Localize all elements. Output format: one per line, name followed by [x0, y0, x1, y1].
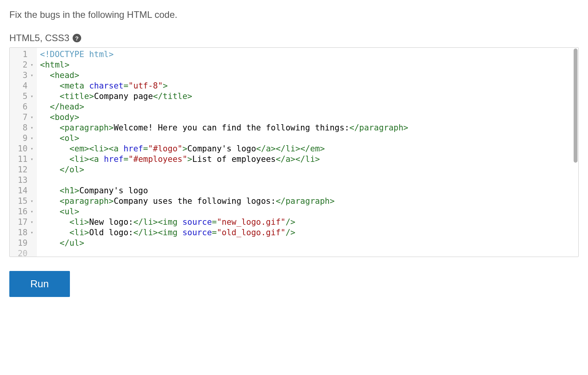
- line-number: 10: [15, 144, 28, 154]
- gutter-line: 5▾: [10, 91, 37, 102]
- fold-icon[interactable]: ▾: [29, 91, 35, 102]
- gutter-line: 4: [10, 81, 37, 91]
- fold-icon[interactable]: ▾: [29, 133, 35, 144]
- fold-icon[interactable]: ▾: [29, 207, 35, 217]
- code-line[interactable]: <ul>: [40, 207, 578, 217]
- fold-icon[interactable]: ▾: [29, 196, 35, 207]
- code-editor[interactable]: 12▾3▾45▾67▾8▾9▾10▾11▾12131415▾16▾17▾18▾1…: [9, 47, 579, 257]
- line-number: 6: [15, 102, 28, 112]
- line-number: 5: [15, 91, 28, 102]
- gutter-line: 18▾: [10, 227, 37, 238]
- code-line[interactable]: </ul>: [40, 238, 578, 248]
- code-line[interactable]: <paragraph>Welcome! Here you can find th…: [40, 123, 578, 133]
- gutter-line: 13: [10, 175, 37, 186]
- gutter-line: 20: [10, 248, 37, 257]
- line-number: 12: [15, 165, 28, 175]
- fold-icon[interactable]: ▾: [29, 123, 35, 133]
- line-number: 17: [15, 217, 28, 227]
- gutter-line: 15▾: [10, 196, 37, 207]
- line-number: 18: [15, 227, 28, 238]
- gutter-line: 11▾: [10, 154, 37, 165]
- gutter-line: 17▾: [10, 217, 37, 227]
- run-button[interactable]: Run: [9, 271, 70, 297]
- line-number: 9: [15, 133, 28, 144]
- fold-icon[interactable]: ▾: [29, 227, 35, 238]
- code-line[interactable]: [40, 248, 578, 257]
- code-line[interactable]: <meta charset="utf-8">: [40, 81, 578, 91]
- code-line[interactable]: <h1>Company's logo: [40, 186, 578, 196]
- code-line[interactable]: <head>: [40, 70, 578, 81]
- code-line[interactable]: <ol>: [40, 133, 578, 144]
- line-number: 14: [15, 186, 28, 196]
- fold-icon[interactable]: ▾: [29, 70, 35, 81]
- code-line[interactable]: <em><li><a href="#logo">Company's logo</…: [40, 144, 578, 154]
- code-line[interactable]: <li><a href="#employees">List of employe…: [40, 154, 578, 165]
- line-number: 15: [15, 196, 28, 207]
- fold-icon[interactable]: ▾: [29, 144, 35, 154]
- scrollbar-thumb[interactable]: [574, 49, 578, 163]
- fold-icon[interactable]: ▾: [29, 60, 35, 70]
- code-line[interactable]: </head>: [40, 102, 578, 112]
- line-number: 8: [15, 123, 28, 133]
- gutter-line: 9▾: [10, 133, 37, 144]
- language-label: HTML5, CSS3: [9, 33, 70, 43]
- line-number: 20: [15, 248, 28, 257]
- line-number: 2: [15, 60, 28, 70]
- gutter-line: 19: [10, 238, 37, 248]
- gutter-line: 1: [10, 49, 37, 60]
- line-number: 11: [15, 154, 28, 165]
- code-line[interactable]: <html>: [40, 60, 578, 70]
- code-line[interactable]: </ol>: [40, 165, 578, 175]
- code-line[interactable]: <title>Company page</title>: [40, 91, 578, 102]
- fold-icon[interactable]: ▾: [29, 112, 35, 123]
- line-number: 4: [15, 81, 28, 91]
- line-number: 1: [15, 49, 28, 60]
- gutter-line: 16▾: [10, 207, 37, 217]
- fold-icon[interactable]: ▾: [29, 217, 35, 227]
- code-line[interactable]: [40, 175, 578, 186]
- code-line[interactable]: <!DOCTYPE html>: [40, 49, 578, 60]
- code-line[interactable]: <li>New logo:</li><img source="new_logo.…: [40, 217, 578, 227]
- gutter-line: 7▾: [10, 112, 37, 123]
- gutter-line: 10▾: [10, 144, 37, 154]
- line-number: 7: [15, 112, 28, 123]
- help-icon[interactable]: ?: [73, 34, 81, 42]
- gutter-line: 14: [10, 186, 37, 196]
- code-area[interactable]: <!DOCTYPE html><html> <head> <meta chars…: [37, 48, 578, 257]
- code-line[interactable]: <body>: [40, 112, 578, 123]
- line-number-gutter: 12▾3▾45▾67▾8▾9▾10▾11▾12131415▾16▾17▾18▾1…: [10, 48, 37, 257]
- line-number: 3: [15, 70, 28, 81]
- gutter-line: 2▾: [10, 60, 37, 70]
- gutter-line: 12: [10, 165, 37, 175]
- language-row: HTML5, CSS3 ?: [9, 33, 579, 43]
- code-line[interactable]: <li>Old logo:</li><img source="old_logo.…: [40, 227, 578, 238]
- line-number: 16: [15, 207, 28, 217]
- gutter-line: 6: [10, 102, 37, 112]
- code-line[interactable]: <paragraph>Company uses the following lo…: [40, 196, 578, 207]
- fold-icon[interactable]: ▾: [29, 154, 35, 165]
- instruction-text: Fix the bugs in the following HTML code.: [9, 9, 579, 20]
- line-number: 13: [15, 175, 28, 186]
- line-number: 19: [15, 238, 28, 248]
- scrollbar-track[interactable]: [572, 49, 578, 256]
- gutter-line: 8▾: [10, 123, 37, 133]
- gutter-line: 3▾: [10, 70, 37, 81]
